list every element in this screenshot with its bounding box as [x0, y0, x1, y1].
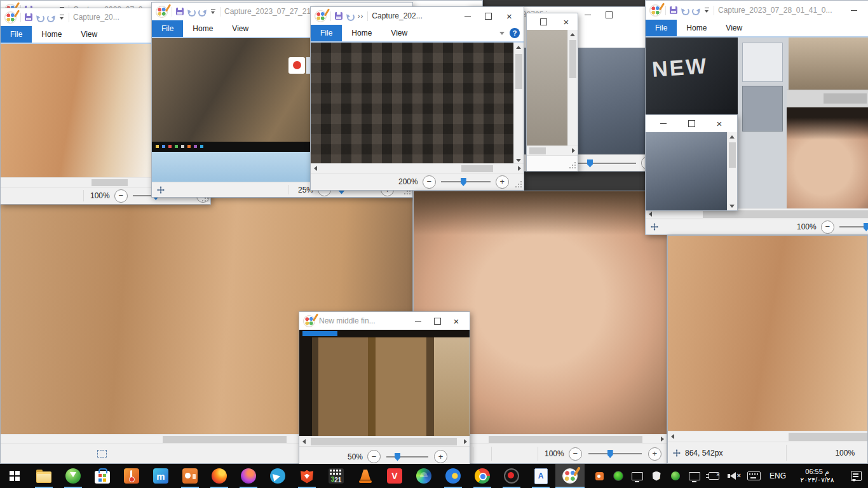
zoom-slider-thumb[interactable] [864, 223, 868, 231]
ribbon-collapse-icon[interactable] [499, 32, 505, 37]
zoom-slider[interactable] [386, 456, 428, 458]
scrollbar-thumb[interactable] [529, 147, 546, 154]
taskbar-paint[interactable] [555, 464, 585, 488]
tray-display[interactable] [628, 464, 647, 488]
undo-icon[interactable] [681, 7, 689, 14]
save-icon[interactable] [670, 6, 677, 14]
tray-idm[interactable] [666, 464, 685, 488]
scroll-left-icon[interactable] [668, 432, 677, 441]
horizontal-scrollbar[interactable] [668, 431, 867, 442]
scrollbar-thumb[interactable] [461, 165, 493, 172]
scrollbar-thumb[interactable] [789, 433, 867, 441]
title-bar[interactable]: ›› Capture_202... × [311, 7, 524, 25]
save-icon[interactable] [335, 12, 342, 20]
paint-canvas[interactable] [311, 43, 515, 165]
action-center-button[interactable] [844, 464, 868, 488]
minimize-button[interactable] [409, 313, 428, 329]
start-button[interactable] [0, 464, 29, 488]
tray-monitor[interactable] [685, 464, 704, 488]
scroll-left-icon[interactable] [646, 210, 654, 219]
taskbar-vivaldi[interactable]: V [380, 464, 409, 488]
taskbar-vlc[interactable] [351, 464, 380, 488]
scrollbar-thumb[interactable] [92, 179, 128, 186]
close-button[interactable]: × [447, 313, 466, 329]
taskbar-telegram[interactable] [263, 464, 292, 488]
taskbar-coccoc[interactable] [438, 464, 468, 488]
zoom-in-button[interactable]: + [434, 450, 447, 463]
scrollbar-thumb[interactable] [515, 54, 522, 89]
close-button[interactable]: × [705, 116, 733, 132]
scroll-right-icon[interactable] [461, 437, 470, 446]
zoom-slider-thumb[interactable] [587, 159, 593, 168]
tab-home[interactable]: Home [32, 26, 71, 43]
undo-icon[interactable] [187, 8, 195, 15]
scrollbar-thumb[interactable] [703, 210, 868, 218]
scrollbar-thumb[interactable] [489, 436, 642, 443]
scroll-right-icon[interactable] [515, 164, 524, 173]
paint-window-202[interactable]: ›› Capture_202... × File Home View ? [310, 6, 524, 191]
zoom-slider[interactable] [576, 163, 636, 164]
small-floating-window[interactable]: × [645, 114, 738, 211]
resize-grip[interactable] [515, 181, 522, 187]
undo-icon[interactable] [36, 14, 44, 21]
tray-app-orange[interactable] [590, 464, 609, 488]
zoom-slider[interactable] [441, 181, 491, 182]
maximize-button[interactable] [599, 7, 620, 22]
quick-access-dropdown-icon[interactable] [59, 15, 65, 20]
minimize-button[interactable] [457, 8, 478, 24]
taskbar-firefox[interactable] [205, 464, 234, 488]
tab-view[interactable]: View [222, 20, 258, 37]
taskbar-microsoft-store[interactable] [88, 464, 117, 488]
taskbar-chrome[interactable] [468, 464, 497, 488]
scroll-up-icon[interactable] [728, 132, 736, 141]
tray-defender[interactable] [647, 464, 666, 488]
tab-home[interactable]: Home [183, 20, 222, 37]
scrollbar-thumb[interactable] [729, 142, 736, 168]
zoom-out-button[interactable]: − [367, 450, 381, 463]
vertical-scrollbar[interactable] [513, 43, 524, 165]
quick-access-overflow-icon[interactable]: ›› [358, 13, 363, 20]
title-bar[interactable]: New middle fin... × [299, 312, 470, 330]
zoom-slider-thumb[interactable] [607, 450, 613, 458]
minimize-button[interactable] [843, 3, 864, 18]
save-icon[interactable] [25, 13, 32, 21]
taskbar-screen-recorder[interactable] [497, 464, 526, 488]
taskbar-edge[interactable] [409, 464, 438, 488]
paint-window-bottom-right[interactable]: 864, 542px 100% [667, 235, 868, 464]
zoom-in-button[interactable]: + [496, 175, 509, 189]
vertical-scrollbar[interactable] [567, 30, 578, 147]
small-image-window[interactable]: × [526, 13, 578, 172]
scroll-left-icon[interactable] [299, 437, 308, 446]
redo-icon[interactable] [199, 8, 207, 15]
close-button[interactable]: × [499, 8, 520, 24]
scrollbar-thumb[interactable] [163, 436, 287, 443]
taskbar-media-player-classic[interactable]: 321 [322, 464, 351, 488]
horizontal-scrollbar[interactable] [311, 163, 524, 173]
close-button[interactable]: × [555, 14, 578, 29]
tray-volume[interactable] [723, 464, 742, 488]
scrollbar-thumb[interactable] [569, 40, 576, 78]
zoom-slider-thumb[interactable] [461, 178, 466, 186]
save-icon[interactable] [176, 8, 184, 15]
maximize-button[interactable] [428, 313, 447, 329]
scroll-down-icon[interactable] [728, 201, 736, 210]
taskbar-brave[interactable] [292, 464, 322, 488]
taskbar-capture-app[interactable] [175, 464, 205, 488]
maximize-button[interactable] [532, 14, 555, 29]
zoom-out-button[interactable]: − [821, 220, 834, 234]
zoom-out-button[interactable]: − [114, 189, 128, 203]
scroll-up-icon[interactable] [568, 30, 577, 39]
redo-icon[interactable] [693, 7, 700, 14]
title-bar[interactable]: Capture_2023_07_28_01_41_0... [646, 1, 868, 20]
undo-icon[interactable] [346, 13, 354, 20]
help-icon[interactable]: ? [510, 28, 520, 38]
tab-file[interactable]: File [311, 25, 342, 41]
tab-file[interactable]: File [1, 26, 32, 43]
scrollbar-thumb[interactable] [311, 438, 457, 445]
zoom-out-button[interactable]: − [423, 175, 436, 189]
paint-window-new-middle[interactable]: New middle fin... × 50% − + [299, 311, 470, 467]
quick-access-dropdown-icon[interactable] [210, 9, 216, 15]
taskbar-temperature-app[interactable] [117, 464, 146, 488]
vertical-scrollbar[interactable] [727, 132, 737, 210]
taskbar-nightly-browser[interactable] [234, 464, 263, 488]
